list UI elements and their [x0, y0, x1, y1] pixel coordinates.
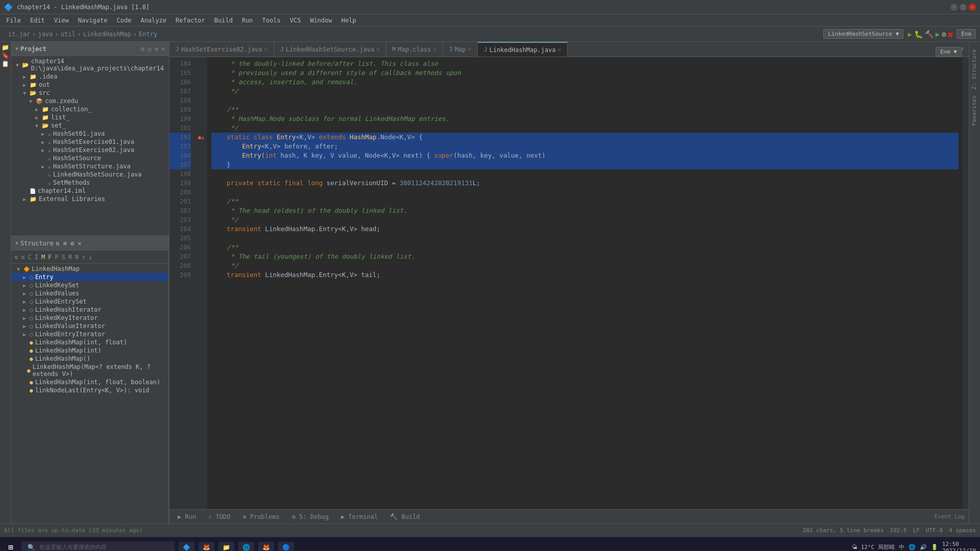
tab-linkedhashmap[interactable]: J LinkedHashMap.java ✕	[478, 42, 568, 57]
tree-item-hashsetstructure[interactable]: ▶ ☕ HashSetStructure.java	[11, 162, 169, 170]
struct-btn-4[interactable]: I	[34, 253, 39, 262]
structure-filter-btn[interactable]: ≡	[63, 240, 67, 247]
struct-btn-11[interactable]: ↑	[81, 253, 86, 262]
tree-item-hashset01[interactable]: ▶ ☕ HashSet01.java	[11, 130, 169, 138]
struct-btn-9[interactable]: R	[67, 253, 73, 262]
menu-window[interactable]: Window	[306, 16, 336, 25]
struct-item-linkedentryiterator[interactable]: ▶ ○ LinkedEntryIterator	[11, 330, 168, 338]
tree-item-extlibs[interactable]: ▶ 📁 External Libraries	[11, 195, 169, 203]
project-icon[interactable]: 📁	[2, 44, 9, 51]
bookmark-icon[interactable]: 🔖	[2, 52, 9, 59]
taskbar-item-app[interactable]: 🦊	[258, 542, 274, 552]
tree-item-hashsetex01[interactable]: ▶ ☕ HashSetExercise01.java	[11, 138, 169, 146]
bottom-tab-todo[interactable]: ✓ TODO	[204, 512, 234, 521]
tree-item-out[interactable]: ▶ 📁 out	[11, 81, 169, 89]
struct-item-linkedkeyiterator[interactable]: ▶ ○ LinkedKeyIterator	[11, 314, 168, 322]
tree-item-idea[interactable]: ▶ 📁 .idea	[11, 72, 169, 81]
struct-btn-10[interactable]: N	[74, 253, 80, 262]
run-button[interactable]: ▶	[908, 30, 912, 38]
struct-item-linkedvalues[interactable]: ▶ ○ LinkedValues	[11, 289, 168, 297]
bottom-tab-terminal[interactable]: ▶ Terminal	[337, 512, 382, 521]
tab-hashsetexercise02[interactable]: J HashSetExercise02.java ✕	[169, 42, 274, 57]
struct-item-linkedentryset[interactable]: ▶ ○ LinkedEntrySet	[11, 297, 168, 306]
right-tab-structure[interactable]: Z: Structure	[969, 46, 980, 92]
tree-item-set[interactable]: ▼ 📂 set_	[11, 121, 169, 130]
tab-linkedhashsetsource[interactable]: J LinkedHashSetSource.java ✕	[274, 42, 386, 57]
tree-item-src[interactable]: ▼ 📂 src	[11, 89, 169, 97]
tab-close-linkedhashmap[interactable]: ✕	[558, 46, 561, 53]
tree-item-collection[interactable]: ▶ 📁 collection_	[11, 105, 169, 113]
language-button[interactable]: En⚙	[957, 29, 976, 39]
menu-code[interactable]: Code	[113, 16, 136, 25]
tree-item-chapter14iml[interactable]: 📄 chapter14.iml	[11, 187, 169, 195]
close-button[interactable]: ✕	[969, 4, 976, 11]
menu-build[interactable]: Build	[210, 16, 237, 25]
stop-button[interactable]: ■	[948, 30, 952, 38]
debug-button[interactable]: 🐛	[914, 30, 923, 38]
event-log-label[interactable]: Event Log	[934, 513, 965, 520]
taskbar-item-edge[interactable]: 🌐	[238, 542, 254, 552]
project-icon-close[interactable]: ✕	[161, 45, 165, 53]
struct-btn-1[interactable]: ⇅	[13, 253, 19, 262]
taskbar-item-explorer[interactable]: 📁	[218, 542, 234, 552]
taskbar-item-app2[interactable]: 🔵	[278, 542, 294, 552]
tree-item-comzxedu[interactable]: ▼ 📦 com.zxedu	[11, 97, 169, 105]
bottom-tab-problems[interactable]: ⊕ Problems	[238, 512, 283, 521]
struct-btn-7[interactable]: P	[54, 253, 59, 262]
structure-sort-btn[interactable]: ⇅	[56, 240, 59, 247]
menu-file[interactable]: File	[2, 16, 25, 25]
bottom-tab-build[interactable]: 🔨 Build	[386, 512, 424, 521]
struct-btn-2[interactable]: ⇅	[20, 253, 26, 262]
tree-item-linkedhashsetsource[interactable]: ☕ LinkedHashSetSource.java	[11, 170, 169, 179]
taskbar-item-ideaproject[interactable]: 🔷	[179, 542, 194, 552]
menu-vcs[interactable]: VCS	[286, 16, 305, 25]
status-indent[interactable]: 4 spaces	[949, 527, 976, 534]
struct-item-method3[interactable]: ● LinkedHashMap()	[11, 355, 168, 363]
menu-analyze[interactable]: Analyze	[136, 16, 170, 25]
project-icon-gear[interactable]: ⚙	[141, 45, 144, 53]
bottom-tab-run[interactable]: ▶ Run	[174, 512, 200, 521]
bottom-tab-debug[interactable]: ⚙ 5: Debug	[288, 512, 333, 521]
structure-close-btn[interactable]: ✕	[78, 240, 81, 247]
struct-item-method6[interactable]: ● linkNodeLast(Entry<K, V>): void	[11, 386, 168, 394]
tree-item-setmethods[interactable]: ☕ SetMethods	[11, 179, 169, 187]
tree-item-chapter14[interactable]: ▼ 📂 chapter14 D:\java\idea_java_projects…	[11, 57, 169, 72]
struct-item-linkedhashiterator[interactable]: ▶ ○ LinkedHashIterator	[11, 306, 168, 314]
struct-btn-8[interactable]: S	[61, 253, 66, 262]
menu-refactor[interactable]: Refactor	[172, 16, 209, 25]
language-indicator[interactable]: En⚙ ▼	[936, 47, 962, 57]
struct-item-entry[interactable]: ▶ ○ Entry	[11, 273, 168, 281]
tree-item-hashsetex02[interactable]: ▶ ☕ HashSetExercise02.java	[11, 146, 169, 154]
tree-item-list[interactable]: ▶ 📁 list_	[11, 113, 169, 121]
menu-view[interactable]: View	[50, 16, 73, 25]
maximize-button[interactable]: □	[960, 4, 967, 11]
start-button[interactable]: ⊞	[4, 540, 17, 551]
struct-btn-6[interactable]: F	[47, 253, 53, 262]
tab-close-hashsetex02[interactable]: ✕	[264, 46, 268, 53]
tree-item-hashsetsource[interactable]: ☕ HashSetSource	[11, 154, 169, 162]
struct-item-method5[interactable]: ● LinkedHashMap(int, float, boolean)	[11, 378, 168, 386]
project-icon-scope[interactable]: ◎	[148, 45, 151, 53]
editor-content[interactable]: 184 185 186 187 188 189 190 191 192 193 …	[169, 57, 969, 509]
tab-close-map[interactable]: ✕	[468, 46, 471, 53]
taskbar-item-browser[interactable]: 🦊	[199, 542, 214, 552]
project-icon-settings[interactable]: ≡	[155, 45, 158, 53]
status-linesep[interactable]: LF	[913, 527, 920, 534]
struct-item-linkedkeyset[interactable]: ▶ ○ LinkedKeySet	[11, 281, 168, 289]
menu-tools[interactable]: Tools	[258, 16, 285, 25]
struct-btn-5[interactable]: M	[40, 253, 46, 262]
build-button[interactable]: 🔨	[925, 30, 934, 38]
menu-run[interactable]: Run	[238, 16, 257, 25]
right-tab-favorites[interactable]: Favorites	[969, 92, 980, 129]
tab-close-linkedhashsetsource[interactable]: ✕	[376, 46, 380, 53]
tray-lang[interactable]: 中	[899, 543, 904, 551]
taskbar-search-bar[interactable]: 🔍 在这里输入你要搜索的内容	[21, 541, 175, 551]
tab-close-mapclass[interactable]: ✕	[433, 46, 437, 53]
menu-help[interactable]: Help	[337, 16, 360, 25]
tab-mapclass[interactable]: M Map.class ✕	[386, 42, 443, 57]
struct-item-linkedvalueiterator[interactable]: ▶ ○ LinkedValueIterator	[11, 322, 168, 330]
run-config-selector[interactable]: LinkedHashSetSource ▼	[823, 29, 903, 39]
struct-item-method2[interactable]: ● LinkedHashMap(int)	[11, 346, 168, 355]
struct-item-method1[interactable]: ● LinkedHashMap(int, float)	[11, 338, 168, 346]
structure-settings-btn[interactable]: ⚙	[70, 240, 74, 247]
